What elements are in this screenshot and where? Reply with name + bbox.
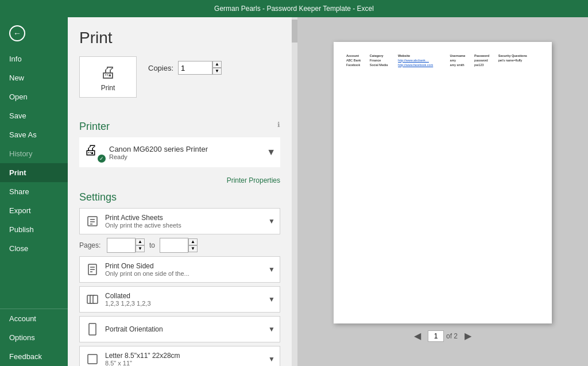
- pages-row: Pages: ▲ ▼ to ▲ ▼: [79, 238, 280, 253]
- page-nav: of 2: [428, 330, 458, 342]
- printer-dropdown-arrow[interactable]: ▼: [266, 147, 276, 157]
- copies-section: Copies: 1 ▲ ▼: [148, 56, 222, 75]
- svg-rect-10: [93, 295, 98, 303]
- settings-area: Print Active Sheets Only print the activ…: [79, 208, 280, 366]
- svg-rect-11: [89, 323, 96, 335]
- setting-dropdown-2[interactable]: ▼: [268, 295, 275, 303]
- copies-input[interactable]: 1: [178, 61, 212, 75]
- setting-main-3: Portrait Orientation: [105, 325, 163, 333]
- sidebar-item-info[interactable]: Info: [0, 49, 68, 68]
- preview-cell-1-5: [497, 63, 540, 67]
- copies-label: Copies:: [148, 64, 173, 72]
- setting-icon-sheets: [84, 213, 100, 229]
- pages-from-up[interactable]: ▲: [136, 238, 145, 245]
- copies-up[interactable]: ▲: [212, 61, 222, 68]
- sidebar-item-open[interactable]: Open: [0, 87, 68, 106]
- pages-to-label: to: [149, 241, 155, 249]
- setting-sub-4: 8.5" x 11": [105, 360, 180, 366]
- preview-cell-1-1: Social Media: [369, 63, 397, 67]
- total-pages: of 2: [446, 332, 458, 340]
- preview-row-1: FacebookSocial Mediahttp://www.facebook.…: [345, 63, 540, 67]
- preview-header-password: Password: [473, 53, 497, 58]
- printer-emoji-icon: 🖨: [84, 142, 98, 157]
- sidebar-item-save-as[interactable]: Save As: [0, 125, 68, 144]
- setting-dropdown-4[interactable]: ▼: [268, 355, 275, 363]
- setting-content-4: Letter 8.5"x11" 22x28cm 8.5" x 11": [84, 351, 268, 366]
- setting-dropdown-3[interactable]: ▼: [268, 325, 275, 333]
- preview-row-0: ABC BankFinancehttp://www.abcbank....amy…: [345, 58, 540, 63]
- printer-text: Canon MG6200 series Printer Ready: [109, 145, 208, 160]
- pages-to-spinner[interactable]: ▲ ▼: [188, 238, 198, 252]
- setting-sub-1: Only print on one side of the...: [105, 270, 189, 277]
- preview-cell-0-1: Finance: [369, 58, 397, 63]
- page-preview: AccountCategoryWebsiteUsernamePasswordSe…: [334, 42, 552, 323]
- copies-spinner[interactable]: ▲ ▼: [212, 61, 222, 75]
- page-number-input[interactable]: [428, 330, 444, 342]
- pages-from-spinner[interactable]: ▲ ▼: [136, 238, 145, 252]
- sidebar-item-account[interactable]: Account: [0, 309, 68, 328]
- back-circle-icon[interactable]: ←: [9, 25, 25, 41]
- print-button[interactable]: 🖨 Print: [79, 56, 137, 98]
- setting-row-1[interactable]: Print One Sided Only print on one side o…: [79, 256, 280, 283]
- next-page-button[interactable]: ▶: [465, 330, 471, 341]
- title-text: German Pearls - Password Keeper Template…: [214, 5, 374, 13]
- info-icon[interactable]: ℹ: [277, 121, 280, 129]
- prev-page-button[interactable]: ◀: [414, 330, 421, 341]
- back-button[interactable]: ←: [0, 17, 68, 49]
- pages-to-down[interactable]: ▼: [188, 245, 198, 252]
- left-scrollbar[interactable]: [292, 17, 297, 366]
- setting-text-0: Print Active Sheets Only print the activ…: [105, 214, 181, 229]
- setting-content-3: Portrait Orientation: [84, 321, 268, 337]
- preview-cell-0-5: pet's name=fluffy: [497, 58, 540, 63]
- printer-section-title: Printer: [79, 121, 280, 133]
- setting-main-0: Print Active Sheets: [105, 214, 181, 222]
- sidebar-item-options[interactable]: Options: [0, 328, 68, 347]
- pages-to-up[interactable]: ▲: [188, 238, 198, 245]
- pages-from-input[interactable]: [107, 238, 136, 253]
- ready-badge-icon: ✓: [98, 155, 106, 163]
- setting-row-4[interactable]: Letter 8.5"x11" 22x28cm 8.5" x 11" ▼: [79, 346, 280, 366]
- preview-panel: AccountCategoryWebsiteUsernamePasswordSe…: [297, 17, 588, 366]
- printer-selector[interactable]: 🖨 ✓ Canon MG6200 series Printer Ready ▼: [79, 137, 280, 167]
- preview-header-account: Account: [345, 53, 369, 58]
- setting-main-4: Letter 8.5"x11" 22x28cm: [105, 352, 180, 360]
- setting-dropdown-0[interactable]: ▼: [268, 217, 275, 225]
- preview-header-security questions: Security Questions: [497, 53, 540, 58]
- sidebar-item-close[interactable]: Close: [0, 239, 68, 258]
- setting-content-1: Print One Sided Only print on one side o…: [84, 261, 268, 278]
- setting-main-1: Print One Sided: [105, 262, 189, 270]
- printer-properties-link[interactable]: Printer Properties: [79, 176, 280, 184]
- sidebar-item-publish[interactable]: Publish: [0, 220, 68, 239]
- setting-icon-one-sided: [84, 261, 100, 278]
- preview-cell-1-3: amy smith: [449, 63, 474, 67]
- sidebar-item-export[interactable]: Export: [0, 201, 68, 220]
- left-panel: Print 🖨 Print Copies: 1 ▲: [68, 17, 292, 366]
- preview-cell-0-4: password: [473, 58, 497, 63]
- setting-row-0[interactable]: Print Active Sheets Only print the activ…: [79, 208, 280, 234]
- pages-label: Pages:: [79, 241, 102, 249]
- setting-row-2[interactable]: Collated 1,2,3 1,2,3 1,2,3 ▼: [79, 286, 280, 313]
- setting-dropdown-1[interactable]: ▼: [268, 265, 275, 273]
- svg-rect-12: [88, 355, 97, 364]
- printer-name: Canon MG6200 series Printer: [109, 145, 208, 153]
- print-top-area: 🖨 Print Copies: 1 ▲ ▼: [79, 56, 280, 109]
- sidebar-item-history[interactable]: History: [0, 144, 68, 163]
- scrollbar-thumb[interactable]: [292, 20, 297, 43]
- sidebar-item-feedback[interactable]: Feedback: [0, 347, 68, 366]
- setting-text-3: Portrait Orientation: [105, 325, 163, 333]
- sidebar-item-save[interactable]: Save: [0, 106, 68, 125]
- preview-cell-0-2: http://www.abcbank....: [397, 58, 448, 63]
- printer-icon: 🖨: [100, 63, 116, 82]
- preview-header-website: Website: [397, 53, 448, 58]
- setting-text-2: Collated 1,2,3 1,2,3 1,2,3: [105, 292, 151, 307]
- copies-down[interactable]: ▼: [212, 68, 222, 75]
- setting-main-2: Collated: [105, 292, 151, 300]
- preview-cell-1-0: Facebook: [345, 63, 369, 67]
- sidebar-item-share[interactable]: Share: [0, 182, 68, 201]
- setting-row-3[interactable]: Portrait Orientation ▼: [79, 316, 280, 342]
- pages-from-down[interactable]: ▼: [136, 245, 145, 252]
- sidebar-item-new[interactable]: New: [0, 68, 68, 87]
- sidebar-item-print[interactable]: Print: [0, 163, 68, 182]
- print-button-label: Print: [101, 84, 115, 92]
- pages-to-input[interactable]: [160, 238, 188, 253]
